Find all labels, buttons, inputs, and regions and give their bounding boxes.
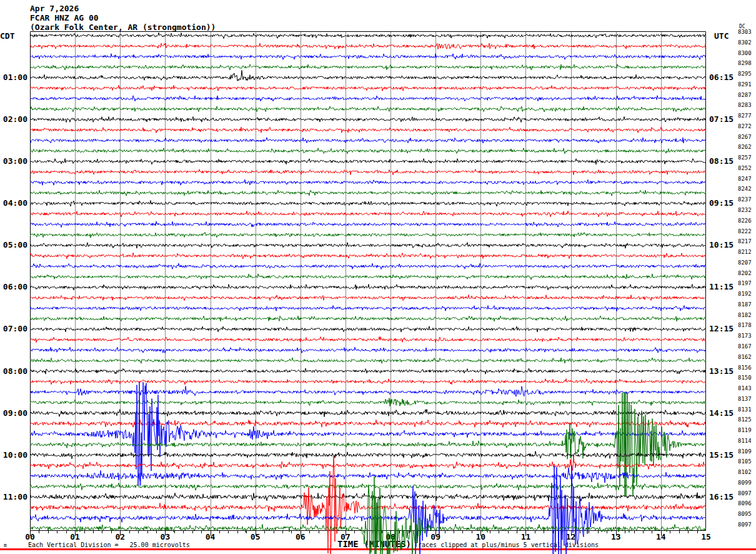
x-axis-minute-label: 13 — [604, 533, 629, 541]
trace-count-value: 8242 — [738, 186, 752, 192]
trace-count-value: 8097 — [738, 491, 752, 496]
x-axis-minute-label: 03 — [152, 533, 177, 541]
trace-count-value: 8247 — [738, 176, 752, 182]
utc-time-label: 13:15 — [709, 367, 738, 376]
trace-count-value: 8232 — [738, 208, 752, 213]
trace-count-value: 8187 — [738, 302, 752, 308]
trace-count-value: 8237 — [738, 197, 752, 203]
trace-count-value: 8143 — [738, 386, 752, 391]
trace-count-value: 8222 — [738, 229, 752, 234]
cdt-time-label: 06:00 — [0, 283, 27, 291]
title-location: (Ozark Folk Center, AR (strongmotion)) — [30, 23, 216, 32]
utc-time-label: 06:15 — [709, 73, 738, 82]
trace-count-value: 8207 — [738, 260, 752, 266]
trace-count-value: 8137 — [738, 396, 752, 402]
x-axis-minute-label: 02 — [107, 533, 132, 541]
cdt-time-label: 11:00 — [0, 493, 27, 501]
trace-count-value: 8272 — [738, 124, 752, 129]
x-axis-minute-label: 01 — [62, 533, 87, 541]
utc-time-label: 08:15 — [709, 157, 738, 166]
utc-time-label: 11:15 — [709, 283, 738, 291]
trace-count-value: 8109 — [738, 449, 752, 455]
x-axis-minute-label: 09 — [423, 533, 448, 541]
trace-count-value: 8283 — [738, 103, 752, 108]
trace-count-value: 8192 — [738, 291, 752, 297]
x-axis-minute-label: 07 — [333, 533, 358, 541]
trace-count-value: 8131 — [738, 407, 752, 413]
left-axis-label: CDT — [0, 32, 14, 41]
corner-mark: m — [4, 543, 7, 548]
x-axis-minute-label: 00 — [17, 533, 42, 541]
trace-count-value: 8173 — [738, 333, 752, 339]
trace-count-value: 8287 — [738, 93, 752, 98]
trace-count-value: 8300 — [738, 51, 752, 56]
x-axis-minute-label: 12 — [559, 533, 584, 541]
trace-count-value: 8105 — [738, 459, 752, 465]
cdt-time-label: 10:00 — [0, 451, 27, 460]
trace-count-value: 8295 — [738, 71, 752, 77]
trace-count-value: 8125 — [738, 417, 752, 423]
trace-count-value: 8102 — [738, 470, 752, 475]
trace-count-value: 8096 — [738, 501, 752, 506]
utc-time-label: 12:15 — [709, 325, 738, 333]
x-axis-minute-label: 04 — [198, 533, 223, 541]
trace-count-value: 8150 — [738, 375, 752, 381]
cdt-time-label: 02:00 — [0, 115, 27, 124]
trace-count-value: 8162 — [738, 355, 752, 360]
cdt-time-label: 09:00 — [0, 409, 27, 418]
trace-count-value: 8277 — [738, 113, 752, 119]
utc-time-label: 10:15 — [709, 241, 738, 249]
trace-count-value: 8099 — [738, 480, 752, 486]
trace-count-value: 8303 — [738, 29, 752, 35]
cdt-time-label: 07:00 — [0, 325, 27, 333]
x-axis-minute-label: 06 — [288, 533, 313, 541]
trace-count-value: 8212 — [738, 249, 752, 255]
cdt-time-label: 03:00 — [0, 157, 27, 166]
trace-count-value: 8097 — [738, 522, 752, 528]
trace-count-value: 8095 — [738, 511, 752, 517]
x-axis-minute-label: 11 — [513, 533, 538, 541]
trace-count-value: 8167 — [738, 344, 752, 350]
right-axis-label: UTC — [714, 32, 729, 41]
utc-time-label: 16:15 — [709, 493, 738, 501]
trace-count-value: 8257 — [738, 155, 752, 161]
helicorder-page: Apr 7,2026 FCAR HNZ AG 00 (Ozark Folk Ce… — [0, 0, 756, 554]
x-axis-minute-label: 15 — [694, 533, 719, 541]
trace-count-value: 8182 — [738, 313, 752, 318]
trace-count-value: 8197 — [738, 281, 752, 286]
x-axis-minute-label: 08 — [378, 533, 403, 541]
trace-count-value: 8156 — [738, 365, 752, 371]
utc-time-label: 15:15 — [709, 451, 738, 460]
trace-count-value: 8302 — [738, 40, 752, 46]
trace-count-value: 8202 — [738, 271, 752, 276]
x-axis-minute-label: 05 — [243, 533, 268, 541]
title-station: FCAR HNZ AG 00 — [30, 13, 99, 23]
trace-count-value: 8262 — [738, 144, 752, 150]
trace-count-value: 8114 — [738, 438, 752, 444]
trace-count-value: 8291 — [738, 82, 752, 88]
helicorder-traces-canvas — [30, 31, 706, 554]
trace-count-value: 8119 — [738, 428, 752, 433]
trace-count-value: 8252 — [738, 166, 752, 171]
cdt-time-label: 08:00 — [0, 367, 27, 376]
bottom-red-line — [0, 548, 756, 550]
x-axis-minute-label: 10 — [468, 533, 493, 541]
scale-note: Each Vertical Division = 25.00 microvolt… — [28, 541, 190, 548]
utc-time-label: 14:15 — [709, 409, 738, 418]
trace-count-value: 8267 — [738, 134, 752, 140]
trace-count-value: 8217 — [738, 239, 752, 244]
x-axis-minute-label: 14 — [649, 533, 674, 541]
cdt-time-label: 04:00 — [0, 199, 27, 208]
utc-time-label: 09:15 — [709, 199, 738, 208]
trace-count-value: 8178 — [738, 323, 752, 328]
cdt-time-label: 05:00 — [0, 241, 27, 249]
title-date: Apr 7,2026 — [30, 4, 79, 13]
cdt-time-label: 01:00 — [0, 73, 27, 82]
trace-count-value: 8226 — [738, 218, 752, 224]
trace-count-value: 8298 — [738, 61, 752, 66]
clip-note: Traces clipped at plus/minus 5 vertical … — [414, 541, 599, 548]
utc-time-label: 07:15 — [709, 115, 738, 124]
